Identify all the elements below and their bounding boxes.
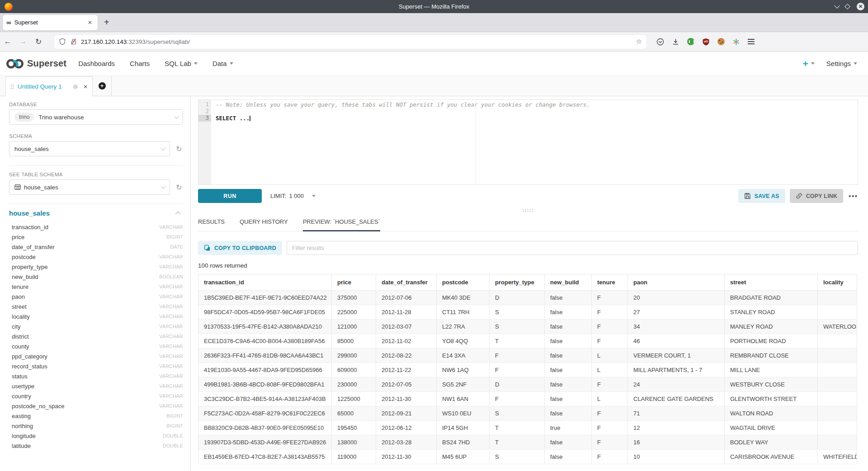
column-header-date_of_transfer[interactable]: date_of_transfer <box>376 274 437 291</box>
window-title: Superset — Mozilla Firefox <box>0 3 868 10</box>
nav-item-sql-lab[interactable]: SQL Lab <box>165 60 198 67</box>
refresh-schemas-icon[interactable]: ↻ <box>175 145 183 153</box>
limit-value: 1 000 <box>289 193 304 199</box>
editor-code[interactable]: -- Note: Unless you save your query, the… <box>211 100 858 184</box>
cookie-icon[interactable] <box>717 38 725 45</box>
schema-column-city: cityVARCHAR <box>9 321 183 331</box>
column-type: VARCHAR <box>159 373 183 379</box>
schema-column-status: statusVARCHAR <box>9 371 183 381</box>
table-cell: L <box>592 363 628 377</box>
schema-column-northing: northingBIGINT <box>9 421 183 431</box>
copy-to-clipboard-button[interactable]: COPY TO CLIPBOARD <box>198 241 282 255</box>
schema-column-property_type: property_typeVARCHAR <box>9 262 183 272</box>
download-icon[interactable] <box>672 38 679 46</box>
nav-item-charts[interactable]: Charts <box>130 60 150 67</box>
rows-returned-text: 100 rows returned <box>198 262 858 269</box>
table-cell: 1225000 <box>332 392 376 406</box>
column-header-transaction_id[interactable]: transaction_id <box>198 274 332 291</box>
table-cell: L <box>592 349 628 363</box>
column-name: easting <box>12 413 166 419</box>
window-maximize-icon[interactable] <box>844 4 850 9</box>
schema-column-longitude: longitudeDOUBLE <box>9 431 183 441</box>
column-header-locality[interactable]: locality <box>818 274 857 291</box>
nav-item-data[interactable]: Data <box>212 60 233 67</box>
column-header-property_type[interactable]: property_type <box>490 274 545 291</box>
add-query-tab-button[interactable]: + <box>93 76 112 96</box>
table-cell: F <box>592 334 628 349</box>
drag-handle-icon[interactable] <box>10 84 14 89</box>
window-titlebar: Superset — Mozilla Firefox ✕ <box>0 0 868 13</box>
table-row: 193907D3-5DBD-453D-A49E-9FEE27DAB9261380… <box>198 435 857 450</box>
bookmark-star-icon[interactable]: ☆ <box>636 38 642 46</box>
url-text: 217.160.120.143:32393/superset/sqllab/ <box>81 38 636 45</box>
forward-icon[interactable]: → <box>15 37 31 46</box>
table-schema-label: SEE TABLE SCHEMA <box>9 172 183 177</box>
schema-column-usertype: usertypeVARCHAR <box>9 381 183 391</box>
table-select[interactable]: house_sales <box>9 179 170 195</box>
ublock-icon[interactable]: uO <box>702 38 710 46</box>
table-row: 2636F323-FF41-4765-81DB-98CAA6A43BC12990… <box>198 349 857 363</box>
browser-tab-superset[interactable]: ∞ Superset ✕ <box>3 15 98 30</box>
column-header-paon[interactable]: paon <box>628 274 725 291</box>
column-header-postcode[interactable]: postcode <box>437 274 490 291</box>
table-cell: 85000 <box>332 334 376 349</box>
table-cell: MILL LANE <box>725 363 818 377</box>
window-close-icon[interactable]: ✕ <box>857 3 864 10</box>
results-tab-query-history[interactable]: QUERY HISTORY <box>240 214 288 231</box>
table-cell: 299000 <box>332 349 376 363</box>
table-cell: false <box>545 406 592 421</box>
table-cell: F <box>592 305 628 320</box>
settings-menu[interactable]: Settings <box>826 60 857 67</box>
query-tab-active[interactable]: Untitled Query 1 ✕ <box>5 76 93 96</box>
chevron-down-icon <box>174 114 179 119</box>
nav-item-dashboards[interactable]: Dashboards <box>78 60 115 67</box>
extension-asterisk-icon[interactable] <box>732 38 740 46</box>
url-bar[interactable]: 217.160.120.143:32393/superset/sqllab/ ☆ <box>54 35 646 49</box>
table-cell: 2012-07-05 <box>376 377 437 392</box>
lock-disabled-icon <box>70 38 77 45</box>
table-cell: STANLEY ROAD <box>725 305 818 320</box>
browser-new-tab-button[interactable]: + <box>98 17 116 28</box>
copy-link-button[interactable]: COPY LINK <box>790 189 844 203</box>
column-header-tenure[interactable]: tenure <box>592 274 628 291</box>
table-cell: ECE1D376-C9A6-4C00-B004-A380B189FA56 <box>198 334 332 349</box>
schema-select[interactable]: house_sales <box>9 141 170 156</box>
schema-column-street: streetVARCHAR <box>9 301 183 311</box>
more-actions-button[interactable]: ••• <box>849 193 858 200</box>
reload-icon[interactable]: ↻ <box>31 37 46 47</box>
column-header-new_build[interactable]: new_build <box>545 274 592 291</box>
pocket-icon[interactable] <box>656 38 664 46</box>
run-button[interactable]: RUN <box>198 189 262 203</box>
column-name: property_type <box>12 264 159 270</box>
privacy-badger-icon[interactable] <box>687 38 694 45</box>
table-cell: BODLEY WAY <box>725 435 818 450</box>
filter-results-input[interactable] <box>287 241 858 255</box>
results-tab-preview-house_sales[interactable]: PREVIEW: `HOUSE_SALES` <box>303 214 380 231</box>
back-icon[interactable]: ← <box>0 37 15 46</box>
window-minimize-icon[interactable] <box>834 3 840 9</box>
table-cell: 138000 <box>332 435 376 450</box>
column-header-price[interactable]: price <box>332 274 376 291</box>
results-tab-results[interactable]: RESULTS <box>198 214 225 231</box>
column-header-street[interactable]: street <box>725 274 818 291</box>
sql-editor[interactable]: 123 -- Note: Unless you save your query,… <box>198 99 858 185</box>
query-tab-close-icon[interactable]: ✕ <box>83 84 88 90</box>
column-name: date_of_transfer <box>12 244 170 250</box>
plus-icon: + <box>803 59 808 68</box>
database-select[interactable]: trino Trino warehouse <box>9 109 183 125</box>
refresh-tables-icon[interactable]: ↻ <box>175 183 183 192</box>
table-cell: WAGTAIL DRIVE <box>725 421 818 435</box>
superset-logo[interactable]: Superset <box>5 57 66 70</box>
pane-resize-handle[interactable] <box>522 209 534 212</box>
save-as-button[interactable]: SAVE AS <box>738 189 785 203</box>
table-cell: 193907D3-5DBD-453D-A49E-9FEE27DAB926 <box>198 435 332 450</box>
new-item-button[interactable]: + <box>803 59 815 68</box>
menu-icon[interactable] <box>748 41 755 42</box>
column-name: country <box>12 393 159 400</box>
line-number: 3 <box>198 115 211 122</box>
browser-tab-close-icon[interactable]: ✕ <box>86 19 94 27</box>
column-type: DOUBLE <box>163 443 183 448</box>
table-cell: false <box>545 320 592 334</box>
table-cell: 230000 <box>332 377 376 392</box>
limit-dropdown[interactable]: LIMIT: 1 000 <box>270 193 316 199</box>
